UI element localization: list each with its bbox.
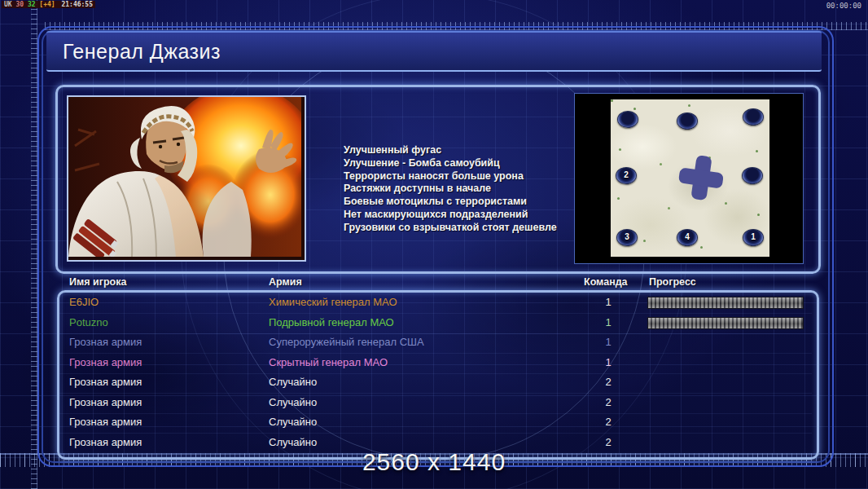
player-army: Скрытный генерал МАО — [269, 356, 388, 368]
start-position-number: 4 — [685, 233, 690, 241]
player-name: Е6JIO — [69, 296, 99, 308]
general-portrait — [67, 95, 306, 262]
resolution-watermark: 2560 x 1440 — [0, 448, 868, 476]
bonus-line: Улучшение - Бомба самоубийц — [344, 157, 557, 170]
table-row: Грозная армия Супероружейный генерал США… — [59, 333, 812, 354]
col-header-player: Имя игрока — [69, 276, 126, 288]
table-row: Potuzno Подрывной генерал МАО 1 — [59, 313, 812, 334]
start-position-number: 3 — [625, 233, 629, 241]
loading-screen: UK 30 32 [+4] 21:46:55 00:00:00 Генерал … — [0, 0, 868, 489]
player-name: Грозная армия — [69, 376, 142, 388]
minimap-trees — [611, 99, 613, 102]
page-title: Генерал Джазиз — [63, 40, 221, 64]
minimap-panel: 2341 — [574, 93, 804, 264]
bonus-line: Нет маскирующихся подразделений — [344, 209, 557, 222]
general-bonus-list: Улучшенный фугасУлучшение - Бомба самоуб… — [344, 144, 557, 235]
player-team: 1 — [598, 356, 618, 368]
bonus-line: Грузовики со взрывчаткой стоят дешевле — [344, 222, 557, 235]
player-progress-bar — [647, 317, 804, 329]
player-table-rows: Е6JIO Химический генерал МАО 1 Potuzno П… — [59, 293, 812, 452]
bonus-line: Боевые мотоциклы с террористами — [344, 196, 557, 209]
network-stat: 30 — [15, 1, 27, 8]
network-stat: UK — [4, 1, 15, 8]
bonus-line: Растяжки доступны в начале — [344, 183, 557, 196]
start-position-marker — [617, 111, 638, 128]
player-team: 2 — [598, 396, 618, 408]
minimap-pond — [676, 153, 726, 203]
player-army: Супероружейный генерал США — [269, 336, 424, 348]
player-name: Грозная армия — [69, 416, 142, 428]
start-position-marker — [743, 108, 764, 126]
player-team: 2 — [598, 416, 618, 428]
player-army: Случайно — [269, 416, 317, 428]
minimap: 2341 — [611, 99, 769, 257]
start-position-number: 2 — [624, 171, 629, 179]
player-name: Potuzno — [69, 316, 108, 328]
ruler-left — [31, 0, 37, 489]
start-position-marker: 2 — [616, 167, 637, 184]
network-stat: 32 — [28, 1, 39, 8]
player-name: Грозная армия — [69, 336, 142, 348]
start-position-marker: 1 — [743, 229, 764, 246]
player-name: Грозная армия — [69, 356, 142, 368]
player-name: Грозная армия — [69, 436, 142, 448]
col-header-team: Команда — [584, 276, 628, 288]
player-army: Случайно — [269, 396, 317, 408]
bonus-line: Улучшенный фугас — [344, 144, 557, 157]
bonus-line: Террористы наносят больше урона — [344, 170, 557, 183]
player-progress-bar — [647, 297, 804, 309]
player-team: 1 — [598, 296, 618, 308]
player-army: Случайно — [269, 436, 317, 448]
table-row: Грозная армия Случайно 2 — [59, 372, 812, 394]
game-timer: 00:00:00 — [826, 2, 861, 10]
table-row: Е6JIO Химический генерал МАО 1 — [59, 293, 812, 314]
network-stats-overlay: UK 30 32 [+4] 21:46:55 — [2, 1, 95, 8]
general-portrait-image — [68, 97, 301, 257]
network-stat: [+4] — [39, 1, 59, 8]
start-position-marker — [677, 112, 698, 130]
network-stats-values: UK 30 32 [+4] — [4, 1, 59, 8]
player-team: 1 — [598, 316, 618, 328]
player-team: 2 — [598, 436, 618, 448]
col-header-progress: Прогресс — [649, 276, 696, 288]
player-army: Химический генерал МАО — [269, 296, 397, 308]
session-time: 21:46:55 — [61, 1, 93, 8]
player-army: Случайно — [269, 376, 317, 388]
player-team: 2 — [598, 376, 618, 388]
table-row: Грозная армия Случайно 2 — [59, 393, 812, 414]
col-header-army: Армия — [269, 276, 302, 288]
table-row: Грозная армия Скрытный генерал МАО 1 — [59, 353, 812, 374]
player-team: 1 — [598, 336, 618, 348]
title-bar: Генерал Джазиз — [46, 31, 822, 72]
player-army: Подрывной генерал МАО — [269, 316, 394, 328]
start-position-marker — [742, 167, 763, 184]
start-position-marker: 4 — [677, 229, 698, 246]
start-position-marker: 3 — [616, 229, 638, 246]
table-row: Грозная армия Случайно 2 — [59, 412, 812, 434]
player-name: Грозная армия — [69, 396, 142, 408]
start-position-number: 1 — [751, 233, 756, 241]
